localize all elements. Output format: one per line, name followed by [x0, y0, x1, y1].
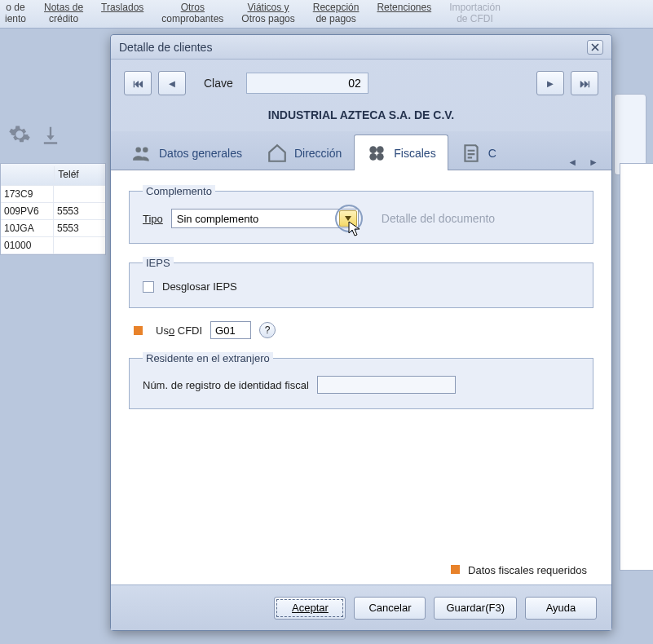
- svg-point-1: [377, 146, 384, 153]
- dialog-footer: Aceptar Cancelar Guardar(F3) Ayuda: [111, 584, 611, 630]
- record-nav: ⏮ ◄ Clave ► ⏭: [111, 60, 611, 100]
- desglosar-ieps-checkbox[interactable]: [143, 281, 154, 293]
- bg-side-panel2: [620, 163, 653, 571]
- dialog-title: Detalle de clientes: [119, 41, 212, 54]
- tab-datos-generales[interactable]: Datos generales: [119, 135, 254, 170]
- cancelar-button[interactable]: Cancelar: [354, 597, 426, 620]
- ribbon-item[interactable]: Otroscomprobantes: [161, 0, 223, 28]
- table-row: 01000: [1, 237, 105, 254]
- required-marker-icon: [134, 326, 143, 335]
- ribbon-item[interactable]: Traslados: [101, 0, 143, 28]
- ribbon-item[interactable]: Retenciones: [377, 0, 431, 28]
- chevron-down-icon: [345, 216, 351, 221]
- dialog-titlebar: Detalle de clientes: [111, 35, 611, 60]
- desglosar-ieps-label: Desglosar IEPS: [162, 280, 237, 293]
- group-ieps: IEPS Desglosar IEPS: [129, 257, 593, 308]
- clave-input[interactable]: [246, 73, 368, 94]
- required-note: Datos fiscales requeridos: [129, 559, 593, 576]
- svg-point-3: [377, 153, 384, 161]
- uso-cfdi-row: Uso CFDI ?: [129, 321, 593, 339]
- bg-toolbar: [0, 114, 98, 155]
- nav-prev-button[interactable]: ◄: [158, 71, 186, 95]
- ribbon-item[interactable]: Recepciónde pagos: [313, 0, 360, 28]
- tab-scroll-left[interactable]: ◄: [564, 155, 580, 170]
- company-name: INDUSTRIAL AZTECA S.A. DE C.V.: [111, 100, 611, 131]
- download-icon[interactable]: [39, 123, 62, 146]
- detalle-documento-link: Detalle del documento: [382, 212, 495, 225]
- ribbon-item[interactable]: Viáticos yOtros pagos: [241, 0, 294, 28]
- group-residente: Residente en el extranjero Núm. de regis…: [129, 352, 593, 409]
- ribbon-item[interactable]: o deiento: [5, 0, 26, 28]
- num-registro-label: Núm. de registro de identidad fiscal: [143, 379, 309, 391]
- svg-point-2: [370, 153, 377, 161]
- required-marker-icon: [451, 565, 460, 574]
- tipo-label: Tipo: [143, 213, 163, 225]
- client-detail-dialog: Detalle de clientes ⏮ ◄ Clave ► ⏭ INDUST…: [110, 34, 612, 631]
- ribbon-item[interactable]: Notas decrédito: [44, 0, 83, 28]
- group-complemento: Complemento Tipo Detalle del documento: [129, 185, 593, 244]
- tab-direccion[interactable]: Dirección: [254, 135, 354, 170]
- table-row: 10JGA5553: [1, 220, 105, 237]
- bg-table: Teléf 173C9 009PV65553 10JGA5553 01000: [0, 163, 106, 255]
- close-icon: [591, 43, 599, 51]
- aceptar-button[interactable]: Aceptar: [274, 597, 346, 620]
- grid-dots-icon: [366, 143, 387, 164]
- ribbon-item: Importaciónde CFDI: [449, 0, 501, 28]
- table-row: 173C9: [1, 186, 105, 203]
- tab-body-fiscales: Complemento Tipo Detalle del documento I…: [111, 170, 611, 584]
- table-row: 009PV65553: [1, 203, 105, 220]
- home-icon: [267, 143, 288, 164]
- tipo-input[interactable]: [172, 210, 358, 227]
- close-button[interactable]: [587, 40, 603, 55]
- nav-next-button[interactable]: ►: [536, 71, 564, 95]
- ribbon: o deiento Notas decrédito Traslados Otro…: [0, 0, 653, 29]
- complemento-legend: Complemento: [143, 185, 215, 197]
- uso-cfdi-label: Uso CFDI: [156, 324, 202, 337]
- tab-cobros[interactable]: C: [448, 135, 509, 170]
- tab-scroll-right[interactable]: ►: [585, 155, 602, 170]
- tipo-combo[interactable]: [171, 209, 359, 228]
- residente-legend: Residente en el extranjero: [143, 352, 273, 364]
- tab-fiscales[interactable]: Fiscales: [354, 135, 448, 170]
- uso-cfdi-input[interactable]: [210, 321, 251, 339]
- tipo-dropdown-button[interactable]: [339, 210, 357, 227]
- nav-first-button[interactable]: ⏮: [124, 71, 152, 95]
- gear-icon[interactable]: [8, 123, 31, 146]
- ayuda-button[interactable]: Ayuda: [525, 597, 597, 620]
- clave-label: Clave: [204, 77, 233, 90]
- uso-cfdi-help-button[interactable]: ?: [259, 322, 276, 338]
- invoice-icon: [461, 143, 482, 164]
- tab-strip: Datos generales Dirección Fiscales C ◄ ►: [111, 131, 611, 170]
- guardar-button[interactable]: Guardar(F3): [434, 597, 517, 620]
- svg-point-0: [370, 146, 377, 153]
- ieps-legend: IEPS: [143, 257, 174, 269]
- nav-last-button[interactable]: ⏭: [571, 71, 598, 95]
- num-registro-input[interactable]: [317, 376, 456, 394]
- people-icon: [131, 143, 152, 164]
